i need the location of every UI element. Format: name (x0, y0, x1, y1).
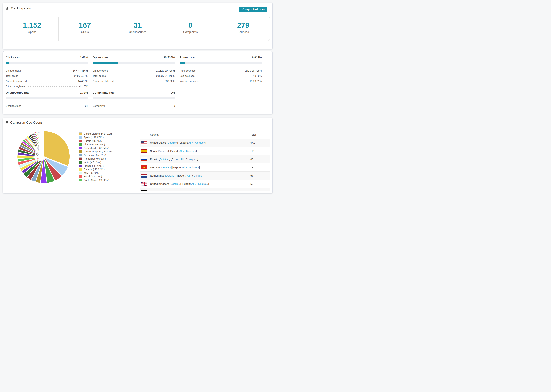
export-unique-link[interactable]: Unique › (194, 174, 204, 177)
legend-item-vietnam[interactable]: Vietnam ( 79 / 5% ) (79, 143, 113, 146)
rate-stat-label: Internal bounces (179, 79, 198, 83)
details-link[interactable]: Details › (170, 182, 180, 185)
legend-item-canada[interactable]: Canada ( 40 / 2% ) (79, 168, 113, 171)
country-total: 79 (250, 166, 270, 169)
rate-stat-value: 4.147% (79, 85, 88, 88)
nl-flag-icon (141, 174, 147, 178)
opens-rate-section: Opens rate 30.736% Unique opens 1,152 / … (92, 56, 175, 88)
geo-table-row-de: Germany [Details ›] [Export: All › / Uni… (141, 188, 270, 191)
rate-stat-label: Unique opens (92, 69, 108, 72)
legend-swatch (79, 165, 82, 167)
rate-value: 0% (171, 91, 175, 94)
legend-item-united-states[interactable]: United States ( 541 / 31% ) (79, 132, 113, 136)
geo-opens-table: Country Total United States [Details ›] … (141, 131, 270, 191)
rate-title: Unsubscribe rate (6, 91, 29, 94)
pie-legend: United States ( 541 / 31% ) Spain ( 121 … (79, 132, 113, 182)
legend-item-germany[interactable]: Germany ( 55 / 3% ) (79, 154, 113, 157)
rate-progress-fill (92, 62, 118, 64)
legend-item-france[interactable]: France ( 42 / 2% ) (79, 164, 113, 168)
rate-stat-row: Soft bounces 18 / 0% (179, 72, 262, 77)
rate-stat-row: Clicks to opens rate 14.497% (6, 77, 88, 83)
details-link[interactable]: Details › (158, 149, 168, 152)
export-unique-link[interactable]: Unique › (187, 158, 198, 161)
details-link[interactable]: Details › (166, 174, 176, 177)
export-all-link[interactable]: All › (182, 166, 187, 169)
export-all-link[interactable]: All › (187, 174, 191, 177)
country-total: 121 (250, 149, 270, 153)
legend-item-brazil[interactable]: Brazil ( 33 / 2% ) (79, 175, 113, 178)
gb-flag-icon (141, 182, 147, 186)
rate-stat-row: Opens to clicks rate 689.82% (92, 77, 175, 83)
rates-card: Clicks rate 4.46% Unique clicks 167 / 4.… (3, 51, 273, 114)
rate-progress-fill (6, 62, 9, 64)
legend-swatch (79, 179, 82, 182)
rate-stat-label: Total opens (92, 74, 106, 77)
export-all-link[interactable]: All › (191, 182, 196, 185)
dotted-leader (22, 71, 71, 71)
rate-progress-fill (179, 62, 185, 64)
clicks-rate-section: Clicks rate 4.46% Unique clicks 167 / 4.… (6, 56, 88, 88)
legend-item-russia[interactable]: Russia ( 86 / 5% ) (79, 139, 113, 143)
dotted-leader (107, 76, 155, 76)
legend-swatch (79, 154, 82, 156)
export-all-link[interactable]: All › (179, 149, 184, 152)
dotted-leader (196, 76, 252, 76)
details-link[interactable]: Details › (161, 166, 171, 169)
export-all-link[interactable]: All › (188, 141, 193, 144)
rate-stat-row: Hard bounces 242 / 86.738% (179, 67, 262, 72)
summary-value: 279 (217, 21, 269, 29)
summary-value: 0 (164, 21, 217, 29)
summary-value: 31 (111, 21, 164, 29)
details-link[interactable]: Details › (168, 141, 177, 144)
rate-stat-label: Unsubscribes (6, 104, 21, 107)
geo-table-row-nl: Netherlands [Details ›] [Export: All › /… (141, 171, 270, 180)
legend-item-india[interactable]: India ( 46 / 3% ) (79, 161, 113, 164)
ru-flag-icon (141, 157, 147, 161)
legend-item-spain[interactable]: Spain ( 121 / 7% ) (79, 136, 113, 139)
geo-table-row-vn: Vietnam [Details ›] [Export: All › / Uni… (141, 163, 270, 171)
summary-label: Opens (6, 30, 58, 34)
rate-progress-bar (92, 97, 175, 99)
legend-item-romania[interactable]: Romania ( 49 / 3% ) (79, 157, 113, 161)
legend-label: Germany ( 55 / 3% ) (84, 154, 106, 156)
rate-stat-label: Unique clicks (6, 69, 21, 72)
details-link[interactable]: Details › (162, 190, 172, 191)
summary-stat-unsubscribes: 31 Unsubscribes (111, 17, 164, 41)
rate-stat-value: 18 / 0% (253, 74, 262, 77)
rate-progress-bar (92, 62, 175, 64)
export-all-link[interactable]: All › (181, 158, 185, 161)
export-unique-link[interactable]: Unique › (195, 141, 205, 144)
geo-section-title: Campaign Geo Opens (10, 121, 42, 125)
legend-item-italy[interactable]: Italy ( 36 / 2% ) (79, 171, 113, 175)
legend-label: South Africa ( 29 / 2% ) (84, 179, 109, 182)
legend-label: Romania ( 49 / 3% ) (84, 157, 106, 160)
rate-stat-label: Clicks to opens rate (6, 79, 28, 83)
export-unique-link[interactable]: Unique › (190, 190, 200, 191)
legend-label: United Kingdom ( 59 / 3% ) (84, 150, 113, 153)
legend-swatch (79, 143, 82, 146)
summary-stat-bounces: 279 Bounces (217, 17, 269, 41)
rate-value: 0.77% (80, 91, 88, 94)
summary-stat-opens: 1,152 Opens (6, 17, 58, 41)
geo-table-row-us: United States [Details ›] [Export: All ›… (141, 139, 270, 147)
legend-item-netherlands[interactable]: Netherlands ( 67 / 4% ) (79, 146, 113, 150)
legend-item-united-kingdom[interactable]: United Kingdom ( 59 / 3% ) (79, 150, 113, 154)
export-unique-link[interactable]: Unique › (186, 149, 196, 152)
rate-title: Opens rate (92, 56, 108, 59)
legend-item-south-africa[interactable]: South Africa ( 29 / 2% ) (79, 178, 113, 182)
total-column-header: Total (250, 133, 270, 136)
details-link[interactable]: Details › (160, 158, 170, 161)
legend-label: Spain ( 121 / 7% ) (84, 136, 104, 139)
export-basic-stats-button[interactable]: Export basic stats (239, 7, 267, 12)
legend-swatch (79, 140, 82, 142)
tracking-stats-page: Tracking stats Export basic stats 1,152 … (0, 0, 276, 196)
summary-label: Bounces (217, 30, 269, 34)
export-unique-link[interactable]: Unique › (189, 166, 199, 169)
legend-swatch (79, 172, 82, 174)
export-all-link[interactable]: All › (184, 190, 188, 191)
rate-stat-row: Internal bounces 19 / 6.81% (179, 77, 262, 83)
export-unique-link[interactable]: Unique › (198, 182, 208, 185)
geo-table-row-gb: United Kingdom [Details ›] [Export: All … (141, 180, 270, 188)
country-name: Spain (150, 149, 157, 152)
geo-opens-pie-chart (17, 131, 70, 183)
